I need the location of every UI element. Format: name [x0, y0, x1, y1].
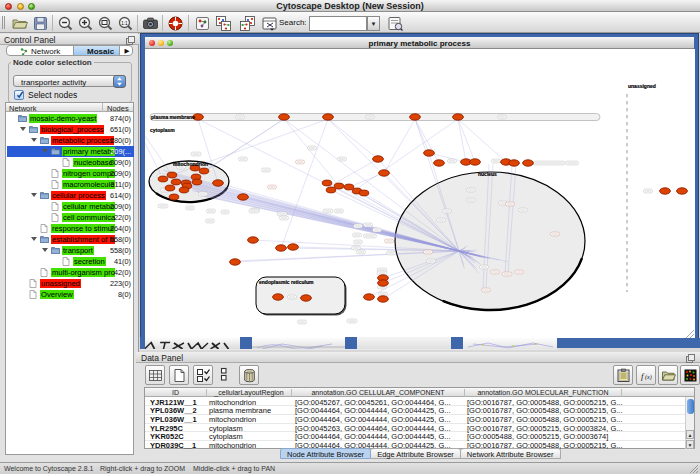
svg-text:mitochondrion: mitochondrion [173, 161, 208, 167]
svg-text:cytoplasm: cytoplasm [150, 127, 175, 133]
svg-text:endoplasmic reticulum: endoplasmic reticulum [259, 279, 314, 285]
svg-text:(x): (x) [645, 374, 652, 381]
svg-text:unassigned: unassigned [628, 83, 656, 89]
svg-text:nucleus: nucleus [478, 171, 497, 177]
svg-text:1:1: 1:1 [121, 20, 128, 25]
svg-text:plasma membrane: plasma membrane [151, 114, 195, 120]
